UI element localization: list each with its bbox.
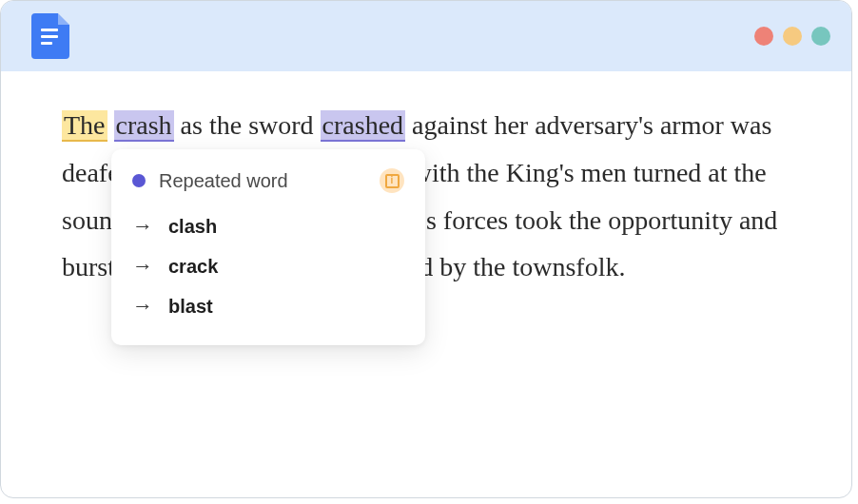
arrow-right-icon: →	[132, 296, 153, 317]
tooltip-title: Repeated word	[159, 171, 288, 190]
info-icon[interactable]: i	[380, 168, 404, 193]
suggestion-item[interactable]: → clash	[128, 206, 408, 246]
highlight-purple[interactable]: crashed	[321, 110, 406, 142]
suggestion-word: clash	[168, 217, 217, 236]
body-text: as the sword	[181, 110, 321, 140]
suggestion-word: crack	[168, 257, 218, 276]
highlight-yellow[interactable]: The	[62, 110, 107, 142]
minimize-dot[interactable]	[783, 27, 802, 46]
highlight-purple[interactable]: crash	[114, 110, 174, 142]
arrow-right-icon: →	[132, 256, 153, 277]
docs-icon[interactable]	[31, 13, 69, 59]
close-dot[interactable]	[754, 27, 773, 46]
zoom-dot[interactable]	[811, 27, 830, 46]
suggestion-word: blast	[168, 297, 213, 316]
suggestion-item[interactable]: → crack	[128, 246, 408, 286]
arrow-right-icon: →	[132, 216, 153, 237]
suggestion-item[interactable]: → blast	[128, 286, 408, 326]
window-controls	[754, 27, 830, 46]
suggestion-tooltip: Repeated word i → clash → crack → blast	[111, 149, 425, 345]
app-window: The crash as the sword crashed against h…	[0, 0, 852, 498]
tooltip-header: Repeated word i	[128, 166, 408, 206]
issue-bullet-icon	[132, 174, 146, 187]
title-bar	[1, 1, 851, 71]
